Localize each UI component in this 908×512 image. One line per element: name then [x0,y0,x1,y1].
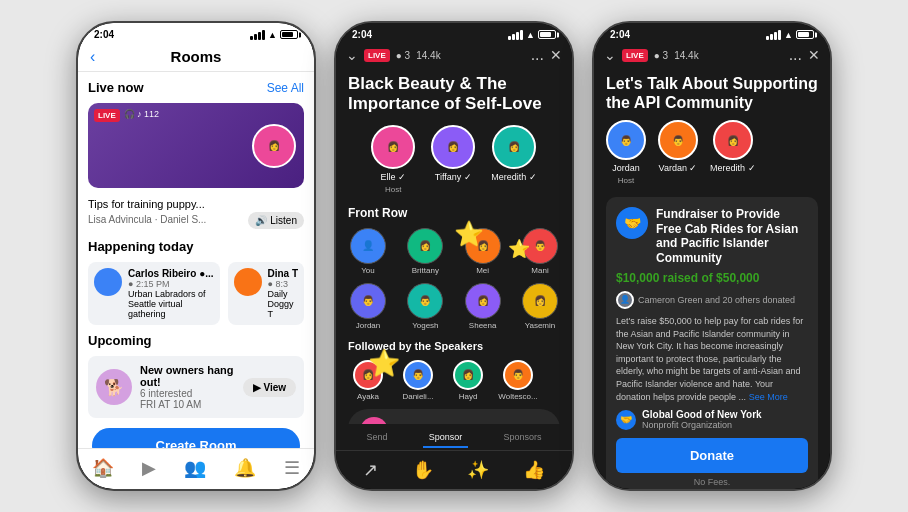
wifi-icon: ▲ [268,30,277,40]
happening-title: Happening today [88,239,193,254]
followed-name-danieli: Danieli... [402,392,433,401]
fundraiser-title: Fundraiser to Provide Free Cab Rides for… [656,207,808,265]
upcoming-interested: 6 interested [140,388,235,399]
viewer-count-3: 14.4k [674,50,698,61]
happening-name-1: Carlos Ribeiro ●... [128,268,214,279]
room-tabs: Send Sponsor Sponsors [336,424,572,450]
nav-bell-icon[interactable]: 🔔 [234,457,256,479]
view-button[interactable]: ▶ View [243,378,296,397]
chevron-down-icon[interactable]: ⌄ [346,47,358,63]
fundraiser-card: 🤝 Fundraiser to Provide Free Cab Rides f… [606,197,818,489]
nav-home-icon[interactable]: 🏠 [92,457,114,479]
hosts-row-2: 👩 Elle ✓ Host 👩 Tiffany ✓ 👩 Meredith ✓ [348,125,560,194]
host-avatar-meredith-3: 👩 [713,120,753,160]
back-button[interactable]: ‹ [90,48,95,66]
happening-desc-2: Daily Doggy T [268,289,299,319]
room-content-3: Let's Talk About Supporting the API Comm… [594,68,830,489]
audience-name-mani: Mani [531,266,548,275]
notif-avatar [360,417,388,424]
tab-send[interactable]: Send [361,428,394,448]
followed-name-ayaka: Ayaka [357,392,379,401]
close-icon[interactable]: ✕ [550,47,562,63]
followed-avatar-hayd: 👩 [453,360,483,390]
audience-name-yasemin: Yasemin [525,321,556,330]
viewer-count-2: 14.4k [416,50,440,61]
viewer-dot-3: ● 3 [654,50,668,61]
audience-jordan: 👨 Jordan [348,283,388,330]
audience-avatar-mani: 👨 [522,228,558,264]
listen-button[interactable]: 🔊 Listen [248,212,304,229]
upcoming-title: Upcoming [88,333,152,348]
host-name-tiffany: Tiffany ✓ [435,172,472,182]
followed-row: ⭐ 👩 Ayaka 👨 Danieli... 👩 Hayd 👨 [348,360,560,401]
fundraiser-donors: 👤 Cameron Green and 20 others donated [616,291,808,309]
host-name-meredith: Meredith ✓ [491,172,537,182]
happening-card-2[interactable]: Dina T ● 8:3 Daily Doggy T [228,262,305,325]
room-title-3: Let's Talk About Supporting the API Comm… [606,74,818,112]
chevron-down-icon-3[interactable]: ⌄ [604,47,616,63]
see-more-link[interactable]: See More [749,392,788,402]
nav-menu-icon[interactable]: ☰ [284,457,300,479]
live-card[interactable]: LIVE 🎧 ♪ 112 👩 [88,103,304,188]
close-icon-3[interactable]: ✕ [808,47,820,63]
org-info: Global Good of New York Nonprofit Organi… [642,409,762,430]
happening-desc-1: Urban Labradors of Seattle virtual gathe… [128,289,214,319]
like-icon[interactable]: 👍 [523,459,545,481]
host-avatar-jordan: 👨 [606,120,646,160]
followed-danieli: 👨 Danieli... [398,360,438,401]
upcoming-info: New owners hang out! 6 interested FRI AT… [140,364,235,410]
followed-name-woltesco: Woltesco... [498,392,537,401]
audience-name-mei: Mei [476,266,489,275]
host-meredith: 👩 Meredith ✓ [491,125,537,194]
followed-name-hayd: Hayd [459,392,478,401]
signal-icon-3 [766,30,781,40]
bottom-nav-1: 🏠 ▶ 👥 🔔 ☰ [78,448,314,489]
upcoming-time: FRI AT 10 AM [140,399,235,410]
phone-2: 2:04 ▲ ⌄ LIVE ● 3 14.4k .. [334,21,574,491]
tab-sponsor[interactable]: Sponsor [423,428,469,448]
room-title-2: Black Beauty & The Importance of Self-Lo… [348,74,560,115]
host-tag-jordan: Host [618,176,634,185]
tab-sponsors[interactable]: Sponsors [497,428,547,448]
audience-brittany: 👩 Brittany [405,228,445,275]
host-elle: 👩 Elle ✓ Host [371,125,415,194]
fundraiser-amount: $10,000 raised of $50,000 [616,271,808,285]
happening-card-1[interactable]: Carlos Ribeiro ●... ● 2:15 PM Urban Labr… [88,262,220,325]
hosts-row-3: 👨 Jordan Host 👨 Vardan ✓ 👩 Meredith ✓ [606,120,818,185]
more-options-icon-3[interactable]: ... [789,46,802,64]
see-all-link[interactable]: See All [267,81,304,95]
create-room-button[interactable]: Create Room [92,428,300,448]
more-options-icon[interactable]: ... [531,46,544,64]
audience-avatar-yogesh: 👨 [407,283,443,319]
share-icon[interactable]: ↗ [363,459,378,481]
raise-hand-icon[interactable]: ✋ [412,459,434,481]
donate-button[interactable]: Donate [616,438,808,473]
fundraiser-icon: 🤝 [616,207,648,239]
host-tiffany: 👩 Tiffany ✓ [431,125,475,194]
live-header-2: ⌄ LIVE ● 3 14.4k ... ✕ [336,42,572,68]
followed-hayd: 👩 Hayd [448,360,488,401]
audience-mani: 👨 Mani [520,228,560,275]
time-3: 2:04 [610,29,630,40]
battery-icon [280,30,298,39]
happening-time-2: ● 8:3 [268,279,299,289]
upcoming-avatar: 🐕 [96,369,132,405]
org-name: Global Good of New York [642,409,762,420]
phone-1-screen: 2:04 ▲ ‹ Rooms [78,23,314,489]
happening-info-1: Carlos Ribeiro ●... ● 2:15 PM Urban Labr… [128,268,214,319]
followed-woltesco: 👨 Woltesco... [498,360,538,401]
phone-3: 2:04 ▲ ⌄ LIVE ● 3 14.4k .. [592,21,832,491]
host-meredith-3: 👩 Meredith ✓ [710,120,756,185]
host-avatar-meredith: 👩 [492,125,536,169]
followed-avatar-woltesco: 👨 [503,360,533,390]
host-jordan: 👨 Jordan Host [606,120,646,185]
phone-3-screen: 2:04 ▲ ⌄ LIVE ● 3 14.4k .. [594,23,830,489]
upcoming-event-title: New owners hang out! [140,364,235,388]
upcoming-item[interactable]: 🐕 New owners hang out! 6 interested FRI … [88,356,304,418]
happening-name-2: Dina T [268,268,299,279]
stars-icon[interactable]: ✨ [467,459,489,481]
audience-name-yogesh: Yogesh [412,321,438,330]
nav-video-icon[interactable]: ▶ [142,457,156,479]
front-row-title: Front Row [348,206,560,220]
nav-people-icon[interactable]: 👥 [184,457,206,479]
